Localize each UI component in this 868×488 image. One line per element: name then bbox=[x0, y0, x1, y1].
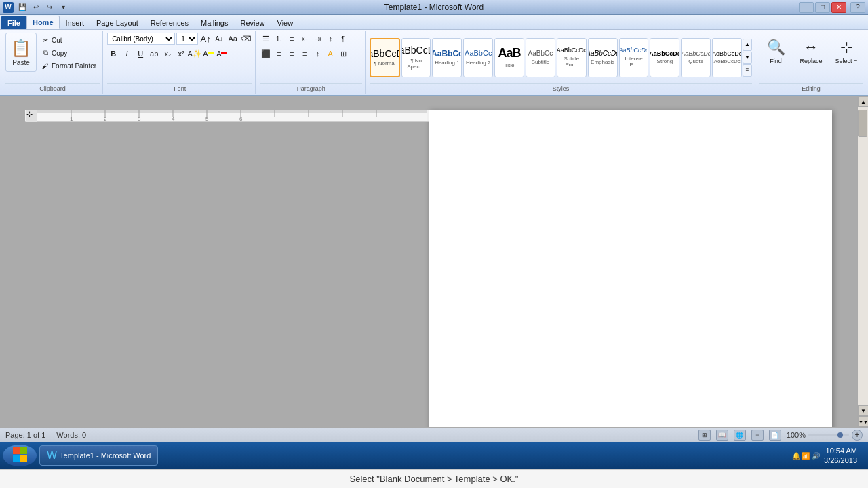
replace-label: Replace bbox=[800, 58, 822, 64]
style-extra[interactable]: AoBbCcDc AoBbCcDc bbox=[712, 38, 742, 77]
editing-label: Editing bbox=[760, 83, 863, 92]
text-highlight-button[interactable]: A bbox=[202, 47, 214, 60]
style-heading2[interactable]: AaBbCc Heading 2 bbox=[463, 38, 493, 77]
tab-home[interactable]: Home bbox=[26, 16, 60, 29]
scroll-up-button[interactable]: ▲ bbox=[858, 96, 868, 107]
bold-button[interactable]: B bbox=[107, 47, 119, 60]
style-subtitle[interactable]: AaBbCc Subtitle bbox=[526, 38, 555, 77]
style-title[interactable]: AaB Title bbox=[494, 38, 524, 77]
replace-button[interactable]: ↔ Replace bbox=[795, 33, 827, 70]
scroll-thumb[interactable] bbox=[858, 110, 867, 137]
scroll-track[interactable] bbox=[858, 107, 868, 405]
justify-button[interactable]: ≡ bbox=[298, 47, 311, 60]
font-content: Calibri (Body) 11 A↑ A↓ Aa ⌫ B I U ab x₂… bbox=[107, 33, 252, 83]
help-button[interactable]: ? bbox=[850, 2, 865, 13]
print-layout-button[interactable]: ⊞ bbox=[698, 430, 711, 441]
paragraph-content: ☰ 1. ≡ ⇤ ⇥ ↕ ¶ ⬛ ≡ ≡ ≡ ↕ A ⊞ bbox=[260, 33, 362, 83]
font-name-select[interactable]: Calibri (Body) bbox=[107, 33, 175, 45]
styles-up-button[interactable]: ▲ bbox=[743, 39, 752, 51]
tab-view[interactable]: View bbox=[271, 16, 300, 29]
multilevel-button[interactable]: ≡ bbox=[285, 33, 298, 45]
clock-time: 10:54 AM bbox=[824, 446, 857, 455]
decrease-indent-button[interactable]: ⇤ bbox=[298, 33, 311, 45]
change-case-button[interactable]: Aa bbox=[226, 33, 239, 45]
scroll-down-button[interactable]: ▼ bbox=[858, 405, 868, 416]
align-row: ⬛ ≡ ≡ ≡ ↕ A ⊞ bbox=[260, 47, 349, 60]
style-extra-preview: AoBbCcDc bbox=[712, 50, 742, 58]
undo-qa-button[interactable]: ↩ bbox=[30, 2, 42, 13]
tab-references[interactable]: References bbox=[144, 16, 195, 29]
qa-dropdown[interactable]: ▾ bbox=[57, 2, 69, 13]
show-hide-button[interactable]: ¶ bbox=[337, 33, 349, 45]
font-color-button[interactable]: A bbox=[216, 47, 228, 60]
align-right-button[interactable]: ≡ bbox=[285, 47, 298, 60]
style-emphasis[interactable]: AaBbCcDc Emphasis bbox=[588, 38, 618, 77]
style-normal[interactable]: AaBbCcDc ¶ Normal bbox=[370, 38, 399, 77]
style-quote[interactable]: AaBbCcDc Quote bbox=[681, 38, 711, 77]
cut-button[interactable]: ✂ Cut bbox=[37, 34, 100, 46]
svg-rect-19 bbox=[20, 447, 27, 454]
grow-font-button[interactable]: A↑ bbox=[199, 33, 212, 45]
copy-button[interactable]: ⧉ Copy bbox=[37, 47, 100, 59]
shading-button[interactable]: A bbox=[324, 47, 336, 60]
bullets-button[interactable]: ☰ bbox=[260, 33, 272, 45]
full-reading-button[interactable]: 📖 bbox=[716, 430, 728, 441]
subscript-button[interactable]: x₂ bbox=[161, 47, 174, 60]
increase-indent-button[interactable]: ⇥ bbox=[311, 33, 323, 45]
shrink-font-button[interactable]: A↓ bbox=[213, 33, 225, 45]
style-no-spacing[interactable]: AaBbCcDc ¶ No Spaci... bbox=[401, 38, 431, 77]
zoom-slider[interactable] bbox=[808, 434, 849, 436]
restore-button[interactable]: □ bbox=[815, 2, 830, 13]
zoom-control: 100% + bbox=[787, 430, 863, 441]
style-intense-em[interactable]: AaBbCcDc Intense E... bbox=[619, 38, 649, 77]
style-strong[interactable]: AaBbCcDc Strong bbox=[650, 38, 679, 77]
zoom-in-button[interactable]: + bbox=[852, 430, 863, 441]
strikethrough-button[interactable]: ab bbox=[148, 47, 160, 60]
borders-button[interactable]: ⊞ bbox=[337, 47, 349, 60]
ribbon: 📋 Paste ✂ Cut ⧉ Copy 🖌 Format Painter Cl… bbox=[0, 30, 868, 96]
superscript-button[interactable]: x² bbox=[175, 47, 187, 60]
style-heading1[interactable]: AaBbCc Heading 1 bbox=[432, 38, 462, 77]
web-layout-button[interactable]: 🌐 bbox=[734, 430, 746, 441]
align-left-button[interactable]: ⬛ bbox=[260, 47, 272, 60]
style-subtle-em[interactable]: AaBbCcDc Subtle Em... bbox=[557, 38, 587, 77]
clear-format-button[interactable]: ⌫ bbox=[240, 33, 252, 45]
minimize-button[interactable]: − bbox=[799, 2, 814, 13]
draft-view-button[interactable]: 📄 bbox=[769, 430, 781, 441]
vertical-scrollbar[interactable]: ▲ ▼ ▼▼ bbox=[857, 96, 868, 427]
tab-insert[interactable]: Insert bbox=[60, 16, 91, 29]
sort-button[interactable]: ↕ bbox=[324, 33, 336, 45]
font-label: Font bbox=[107, 83, 252, 92]
zoom-slider-thumb[interactable] bbox=[837, 432, 843, 438]
find-button[interactable]: 🔍 Find bbox=[760, 33, 792, 70]
paste-button[interactable]: 📋 Paste bbox=[5, 33, 37, 72]
scroll-next-page-button[interactable]: ▼▼ bbox=[858, 416, 868, 427]
tab-review[interactable]: Review bbox=[234, 16, 271, 29]
save-qa-button[interactable]: 💾 bbox=[16, 2, 28, 13]
tab-file[interactable]: File bbox=[1, 16, 26, 29]
italic-button[interactable]: I bbox=[121, 47, 133, 60]
select-button[interactable]: ⊹ Select = bbox=[830, 33, 863, 70]
document-area[interactable]: ⊹ 1 2 3 bbox=[12, 96, 845, 427]
style-quote-preview: AaBbCcDc bbox=[681, 50, 711, 58]
start-button[interactable] bbox=[3, 445, 37, 466]
tab-mailings[interactable]: Mailings bbox=[195, 16, 234, 29]
underline-button[interactable]: U bbox=[134, 47, 146, 60]
word-taskbar-button[interactable]: W Template1 - Microsoft Word bbox=[39, 445, 158, 466]
line-spacing-button[interactable]: ↕ bbox=[311, 47, 323, 60]
format-painter-button[interactable]: 🖌 Format Painter bbox=[37, 60, 100, 72]
document-page[interactable]: ​ ​ bbox=[429, 110, 832, 427]
font-size-select[interactable]: 11 bbox=[176, 33, 198, 45]
outline-view-button[interactable]: ≡ bbox=[751, 430, 764, 441]
numbering-button[interactable]: 1. bbox=[273, 33, 285, 45]
close-button[interactable]: ✕ bbox=[831, 2, 846, 13]
align-center-button[interactable]: ≡ bbox=[273, 47, 285, 60]
clipboard-group: 📋 Paste ✂ Cut ⧉ Copy 🖌 Format Painter Cl… bbox=[3, 31, 103, 94]
ruler: ⊹ 1 2 3 bbox=[25, 110, 429, 122]
text-effects-button[interactable]: A✨ bbox=[189, 47, 201, 60]
style-normal-name: ¶ Normal bbox=[374, 60, 395, 66]
tab-page-layout[interactable]: Page Layout bbox=[90, 16, 144, 29]
styles-more-button[interactable]: ≡ bbox=[743, 64, 752, 77]
styles-down-button[interactable]: ▼ bbox=[743, 52, 752, 64]
redo-qa-button[interactable]: ↪ bbox=[43, 2, 56, 13]
